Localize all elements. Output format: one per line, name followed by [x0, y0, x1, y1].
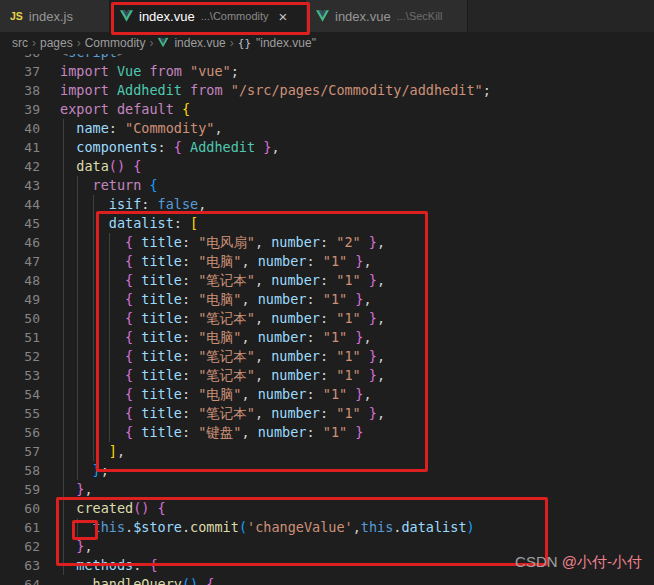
- line-number: 54: [0, 385, 40, 404]
- breadcrumb-src[interactable]: src: [12, 36, 28, 50]
- code-text: { title: "电脑", number: "1" },: [40, 385, 372, 404]
- code-text: { title: "笔记本", number: "1" },: [40, 404, 385, 423]
- line-number: 48: [0, 271, 40, 290]
- close-icon[interactable]: ×: [279, 9, 288, 24]
- code-lines: 36<script>37import Vue from "vue";38impo…: [0, 54, 654, 585]
- code-line-54[interactable]: 54 { title: "电脑", number: "1" },: [0, 385, 654, 404]
- watermark-user: @小付-小付: [562, 553, 642, 570]
- code-line-53[interactable]: 53 { title: "笔记本", number: "1" },: [0, 366, 654, 385]
- code-text: { title: "笔记本", number: "1" },: [40, 366, 385, 385]
- code-text: import Addhedit from "/src/pages/Commodi…: [40, 81, 491, 100]
- line-number: 59: [0, 480, 40, 499]
- code-line-46[interactable]: 46 { title: "电风扇", number: "2" },: [0, 233, 654, 252]
- chevron-right-icon: ›: [32, 36, 36, 50]
- line-number: 55: [0, 404, 40, 423]
- chevron-right-icon: ›: [77, 36, 81, 50]
- line-number: 49: [0, 290, 40, 309]
- code-line-57[interactable]: 57 ],: [0, 442, 654, 461]
- code-line-40[interactable]: 40 name: "Commodity",: [0, 119, 654, 138]
- watermark-prefix: CSDN: [515, 553, 562, 570]
- line-number: 36: [0, 54, 40, 62]
- code-text: { title: "电风扇", number: "2" },: [40, 233, 385, 252]
- code-text: <script>: [40, 54, 125, 62]
- code-line-48[interactable]: 48 { title: "笔记本", number: "1" },: [0, 271, 654, 290]
- code-text: methods: {: [40, 556, 158, 575]
- line-number: 47: [0, 252, 40, 271]
- code-line-52[interactable]: 52 { title: "笔记本", number: "1" },: [0, 347, 654, 366]
- code-text: this.$store.commit('changeValue',this.da…: [40, 518, 475, 537]
- indent-guide: [93, 195, 94, 461]
- code-line-50[interactable]: 50 { title: "笔记本", number: "1" },: [0, 309, 654, 328]
- indent-guide: [77, 518, 78, 537]
- line-number: 61: [0, 518, 40, 537]
- tab-label: index.vue: [139, 9, 195, 24]
- line-number: 44: [0, 195, 40, 214]
- code-text: import Vue from "vue";: [40, 62, 239, 81]
- code-line-61[interactable]: 61 this.$store.commit('changeValue',this…: [0, 518, 654, 537]
- indent-guide: [63, 119, 64, 575]
- code-line-49[interactable]: 49 { title: "电脑", number: "1" },: [0, 290, 654, 309]
- breadcrumb: src › pages › Commodity › index.vue › {}…: [0, 32, 654, 54]
- tab-index-vue-seckill[interactable]: index.vue ...\SecKill: [306, 0, 468, 32]
- line-number: 58: [0, 461, 40, 480]
- line-number: 40: [0, 119, 40, 138]
- code-line-38[interactable]: 38import Addhedit from "/src/pages/Commo…: [0, 81, 654, 100]
- code-line-41[interactable]: 41 components: { Addhedit },: [0, 138, 654, 157]
- line-number: 62: [0, 537, 40, 556]
- code-line-58[interactable]: 58 };: [0, 461, 654, 480]
- code-line-60[interactable]: 60 created() {: [0, 499, 654, 518]
- code-line-59[interactable]: 59 },: [0, 480, 654, 499]
- chevron-right-icon: ›: [149, 36, 153, 50]
- line-number: 57: [0, 442, 40, 461]
- line-number: 64: [0, 575, 40, 585]
- line-number: 41: [0, 138, 40, 157]
- tab-description: ...\Commodity: [201, 10, 269, 22]
- code-line-47[interactable]: 47 { title: "电脑", number: "1" },: [0, 252, 654, 271]
- code-text: return {: [40, 176, 158, 195]
- breadcrumb-commodity[interactable]: Commodity: [85, 36, 146, 50]
- vscode-window: JS index.js index.vue ...\Commodity × in…: [0, 0, 654, 585]
- chevron-right-icon: ›: [230, 36, 234, 50]
- breadcrumb-file[interactable]: index.vue: [174, 36, 225, 50]
- code-text: export default {: [40, 100, 190, 119]
- code-text: { title: "电脑", number: "1" },: [40, 252, 372, 271]
- tab-index-js[interactable]: JS index.js: [0, 0, 110, 32]
- code-line-43[interactable]: 43 return {: [0, 176, 654, 195]
- tab-description: ...\SecKill: [397, 10, 443, 22]
- code-text: components: { Addhedit },: [40, 138, 280, 157]
- code-text: { title: "笔记本", number: "1" },: [40, 309, 385, 328]
- line-number: 37: [0, 62, 40, 81]
- code-line-55[interactable]: 55 { title: "笔记本", number: "1" },: [0, 404, 654, 423]
- code-line-44[interactable]: 44 isif: false,: [0, 195, 654, 214]
- breadcrumb-pages[interactable]: pages: [40, 36, 73, 50]
- tab-index-vue-commodity[interactable]: index.vue ...\Commodity ×: [110, 0, 306, 32]
- line-number: 63: [0, 556, 40, 575]
- code-line-37[interactable]: 37import Vue from "vue";: [0, 62, 654, 81]
- code-line-36[interactable]: 36<script>: [0, 54, 654, 62]
- line-number: 51: [0, 328, 40, 347]
- code-line-39[interactable]: 39export default {: [0, 100, 654, 119]
- line-number: 53: [0, 366, 40, 385]
- code-text: isif: false,: [40, 195, 206, 214]
- code-text: };: [40, 461, 109, 480]
- vue-file-icon: [120, 10, 133, 22]
- code-text: },: [40, 480, 93, 499]
- code-text: data() {: [40, 157, 141, 176]
- code-text: { title: "笔记本", number: "1" },: [40, 271, 385, 290]
- code-text: handleQuery() {: [40, 575, 214, 585]
- line-number: 60: [0, 499, 40, 518]
- breadcrumb-symbol-label[interactable]: "index.vue": [256, 36, 316, 50]
- js-file-icon: JS: [10, 10, 23, 22]
- code-line-42[interactable]: 42 data() {: [0, 157, 654, 176]
- code-text: { title: "键盘", number: "1" }: [40, 423, 363, 442]
- tab-label: index.js: [29, 9, 73, 24]
- code-text: { title: "电脑", number: "1" },: [40, 290, 372, 309]
- code-text: { title: "电脑", number: "1" },: [40, 328, 372, 347]
- code-line-56[interactable]: 56 { title: "键盘", number: "1" }: [0, 423, 654, 442]
- line-number: 38: [0, 81, 40, 100]
- code-line-64[interactable]: 64 handleQuery() {: [0, 575, 654, 585]
- code-line-45[interactable]: 45 datalist: [: [0, 214, 654, 233]
- code-editor[interactable]: 36<script>37import Vue from "vue";38impo…: [0, 54, 654, 585]
- code-line-51[interactable]: 51 { title: "电脑", number: "1" },: [0, 328, 654, 347]
- indent-guide: [109, 233, 110, 442]
